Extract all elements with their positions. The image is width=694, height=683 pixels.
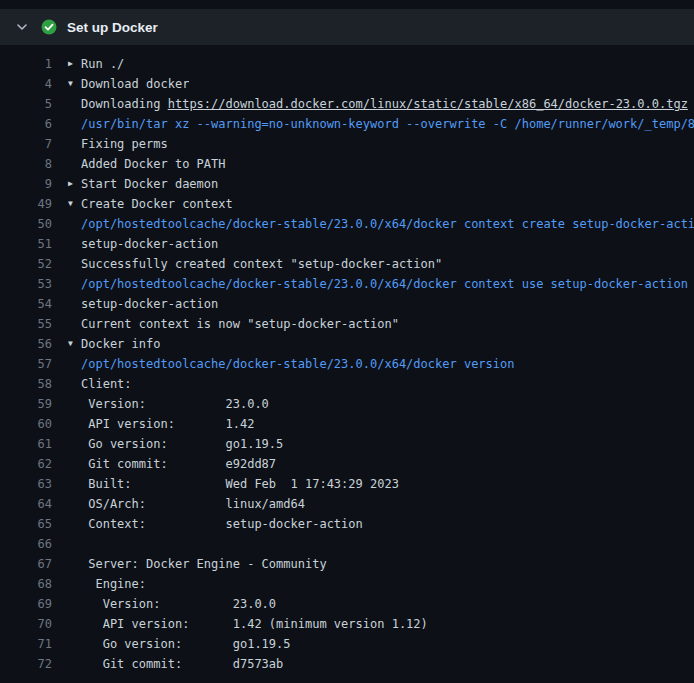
log-line: 53 /opt/hostedtoolcache/docker-stable/23…: [0, 274, 694, 294]
log-url-link[interactable]: https://download.docker.com/linux/static…: [168, 97, 688, 111]
log-text: /usr/bin/tar xz --warning=no-unknown-key…: [81, 114, 694, 134]
line-number[interactable]: 4: [0, 74, 52, 94]
log-text: Create Docker context: [81, 194, 233, 214]
line-number[interactable]: 9: [0, 174, 52, 194]
line-number[interactable]: 59: [0, 394, 52, 414]
log-text: Git commit: e92dd87: [81, 454, 276, 474]
line-number[interactable]: 57: [0, 354, 52, 374]
log-line: 72 Git commit: d7573ab: [0, 654, 694, 674]
triangle-right-icon[interactable]: ▶: [68, 174, 81, 194]
log-line: 55 Current context is now "setup-docker-…: [0, 314, 694, 334]
disclosure-slot: [68, 414, 81, 434]
disclosure-slot: [68, 594, 81, 614]
disclosure-slot: [68, 354, 81, 374]
log-text: Current context is now "setup-docker-act…: [81, 314, 399, 334]
log-line: 50 /opt/hostedtoolcache/docker-stable/23…: [0, 214, 694, 234]
log-text: Go version: go1.19.5: [81, 634, 291, 654]
disclosure-slot: [68, 314, 81, 334]
gutter-gap: [52, 594, 68, 614]
log-text: Version: 23.0.0: [81, 394, 269, 414]
disclosure-slot: [68, 574, 81, 594]
line-number[interactable]: 71: [0, 634, 52, 654]
log-line: 66: [0, 534, 694, 554]
disclosure-slot: [68, 454, 81, 474]
line-number[interactable]: 50: [0, 214, 52, 234]
log-group-row[interactable]: 9 ▶ Start Docker daemon: [0, 174, 694, 194]
gutter-gap: [52, 374, 68, 394]
log-text: OS/Arch: linux/amd64: [81, 494, 305, 514]
gutter-gap: [52, 454, 68, 474]
log-text: Git commit: d7573ab: [81, 654, 283, 674]
triangle-down-icon[interactable]: ▼: [68, 334, 81, 354]
chevron-down-icon[interactable]: [14, 19, 30, 35]
disclosure-slot: [68, 494, 81, 514]
disclosure-slot: [68, 554, 81, 574]
line-number[interactable]: 56: [0, 334, 52, 354]
log-group-row[interactable]: 56 ▼ Docker info: [0, 334, 694, 354]
log-text: Server: Docker Engine - Community: [81, 554, 327, 574]
line-number[interactable]: 52: [0, 254, 52, 274]
line-number[interactable]: 55: [0, 314, 52, 334]
line-number[interactable]: 70: [0, 614, 52, 634]
line-number[interactable]: 49: [0, 194, 52, 214]
triangle-down-icon[interactable]: ▼: [68, 194, 81, 214]
log-line: 67 Server: Docker Engine - Community: [0, 554, 694, 574]
log-text: Download docker: [81, 74, 189, 94]
line-number[interactable]: 65: [0, 514, 52, 534]
gutter-gap: [52, 154, 68, 174]
line-number[interactable]: 62: [0, 454, 52, 474]
log-text: setup-docker-action: [81, 234, 218, 254]
log-group-row[interactable]: 4 ▼ Download docker: [0, 74, 694, 94]
line-number[interactable]: 6: [0, 114, 52, 134]
line-number[interactable]: 60: [0, 414, 52, 434]
gutter-gap: [52, 494, 68, 514]
log-group-row[interactable]: 1 ▶ Run ./: [0, 54, 694, 74]
disclosure-slot: [68, 474, 81, 494]
line-number[interactable]: 53: [0, 274, 52, 294]
log-line: 6 /usr/bin/tar xz --warning=no-unknown-k…: [0, 114, 694, 134]
line-number[interactable]: 72: [0, 654, 52, 674]
line-number[interactable]: 5: [0, 94, 52, 114]
disclosure-slot: [68, 254, 81, 274]
log-line: 51 setup-docker-action: [0, 234, 694, 254]
disclosure-slot: [68, 274, 81, 294]
gutter-gap: [52, 234, 68, 254]
disclosure-slot: [68, 614, 81, 634]
log-line: 7 Fixing perms: [0, 134, 694, 154]
gutter-gap: [52, 294, 68, 314]
log-line: 58 Client:: [0, 374, 694, 394]
log-text: Docker info: [81, 334, 160, 354]
log-group-row[interactable]: 49 ▼ Create Docker context: [0, 194, 694, 214]
line-number[interactable]: 7: [0, 134, 52, 154]
triangle-right-icon[interactable]: ▶: [68, 54, 81, 74]
gutter-gap: [52, 354, 68, 374]
log-line: 60 API version: 1.42: [0, 414, 694, 434]
line-number[interactable]: 51: [0, 234, 52, 254]
log-text: Client:: [81, 374, 132, 394]
line-number[interactable]: 66: [0, 534, 52, 554]
line-number[interactable]: 54: [0, 294, 52, 314]
gutter-gap: [52, 274, 68, 294]
log-line: 57 /opt/hostedtoolcache/docker-stable/23…: [0, 354, 694, 374]
disclosure-slot: [68, 394, 81, 414]
line-number[interactable]: 1: [0, 54, 52, 74]
line-number[interactable]: 63: [0, 474, 52, 494]
gutter-gap: [52, 654, 68, 674]
line-number[interactable]: 61: [0, 434, 52, 454]
log-line: 65 Context: setup-docker-action: [0, 514, 694, 534]
line-number[interactable]: 68: [0, 574, 52, 594]
triangle-down-icon[interactable]: ▼: [68, 74, 81, 94]
line-number[interactable]: 58: [0, 374, 52, 394]
disclosure-slot: [68, 654, 81, 674]
gutter-gap: [52, 254, 68, 274]
line-number[interactable]: 64: [0, 494, 52, 514]
line-number[interactable]: 67: [0, 554, 52, 574]
line-number[interactable]: 69: [0, 594, 52, 614]
line-number[interactable]: 8: [0, 154, 52, 174]
disclosure-slot: [68, 214, 81, 234]
gutter-gap: [52, 534, 68, 554]
gutter-gap: [52, 134, 68, 154]
step-header-setup-docker[interactable]: Set up Docker: [0, 9, 694, 45]
gutter-gap: [52, 54, 68, 74]
log-text: /opt/hostedtoolcache/docker-stable/23.0.…: [81, 354, 514, 374]
